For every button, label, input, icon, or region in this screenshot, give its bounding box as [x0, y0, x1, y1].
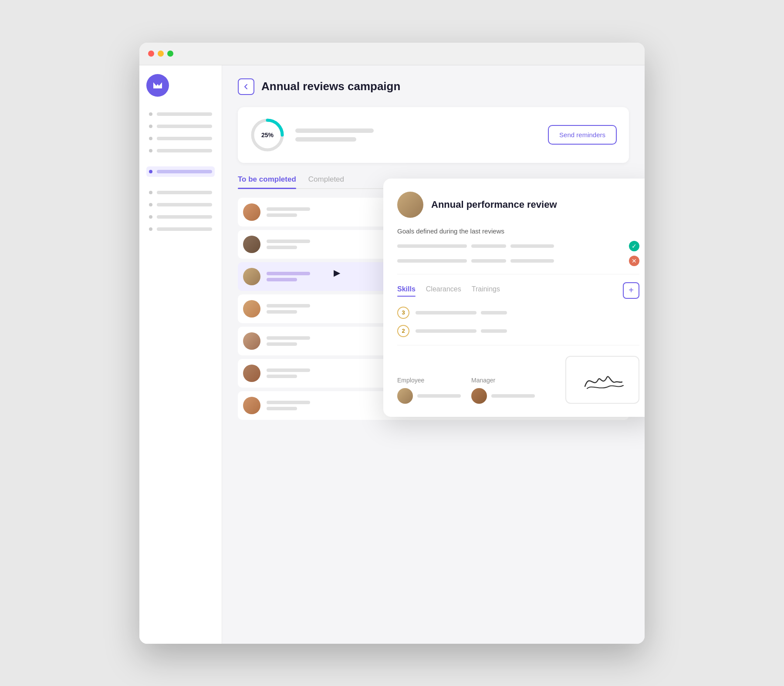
- role-line: [267, 278, 297, 281]
- sidebar-item-2[interactable]: [146, 121, 215, 132]
- name-line: [267, 240, 310, 243]
- name-line: [267, 368, 310, 372]
- role-line: [267, 342, 297, 346]
- title-bar: [139, 43, 645, 65]
- stats-left: 25%: [250, 118, 374, 152]
- nav-label-line: [157, 215, 212, 219]
- nav-label-line: [157, 137, 212, 140]
- nav-dot: [149, 215, 152, 219]
- stats-line-1: [295, 128, 374, 133]
- nav-label-line: [157, 203, 212, 206]
- name-line: [267, 336, 310, 340]
- goal-row-2: ✕: [397, 256, 639, 266]
- app-logo[interactable]: [146, 74, 169, 97]
- nav-dot: [149, 227, 152, 231]
- tab-to-be-completed[interactable]: To be completed: [238, 175, 296, 188]
- avatar: [243, 397, 260, 414]
- goal-error-icon: ✕: [629, 256, 639, 266]
- tab-skills[interactable]: Skills: [397, 285, 416, 296]
- divider: [397, 274, 639, 274]
- nav-label-line: [157, 149, 212, 152]
- detail-title: Annual performance review: [431, 199, 557, 210]
- sidebar-item-4[interactable]: [146, 145, 215, 156]
- avatar: [243, 203, 260, 221]
- skill-line: [481, 329, 507, 333]
- goal-line: [397, 259, 467, 263]
- name-line: [267, 272, 310, 275]
- skill-line: [481, 311, 507, 314]
- mac-window: Annual reviews campaign 25%: [139, 43, 645, 644]
- goal-row-1: ✓: [397, 241, 639, 251]
- nav-dot: [149, 137, 152, 140]
- sidebar-item-1[interactable]: [146, 109, 215, 119]
- goal-line: [471, 259, 506, 263]
- tab-trainings[interactable]: Trainings: [472, 285, 500, 296]
- avatar: [243, 332, 260, 350]
- nav-label-line: [157, 191, 212, 194]
- divider-2: [397, 345, 639, 345]
- maximize-button[interactable]: [167, 51, 173, 57]
- nav-dot-active: [149, 170, 152, 173]
- nav-label-line: [157, 227, 212, 231]
- stats-bar: 25% Send reminders: [238, 107, 629, 163]
- add-skill-button[interactable]: +: [623, 282, 639, 299]
- name-line: [267, 207, 310, 211]
- skill-line: [416, 311, 476, 314]
- skill-row-1: 3: [397, 307, 639, 319]
- sidebar-item-7[interactable]: [146, 199, 215, 210]
- sidebar-item-6[interactable]: [146, 187, 215, 198]
- tab-completed[interactable]: Completed: [308, 175, 344, 188]
- avatar: [243, 236, 260, 253]
- tab-clearances[interactable]: Clearances: [426, 285, 461, 296]
- goal-lines: [397, 259, 625, 263]
- nav-dot: [149, 112, 152, 116]
- skills-tabs: Skills Clearances Trainings: [397, 285, 623, 296]
- detail-avatar: [397, 192, 423, 218]
- nav-dot: [149, 191, 152, 194]
- role-line: [267, 310, 297, 314]
- role-line: [267, 375, 297, 378]
- employee-name-line: [417, 394, 461, 398]
- nav-label-line: [157, 125, 212, 128]
- page-title: Annual reviews campaign: [261, 80, 400, 93]
- stats-line-2: [295, 137, 356, 142]
- sidebar-item-9[interactable]: [146, 224, 215, 234]
- goal-line: [510, 244, 554, 248]
- nav-dot: [149, 149, 152, 152]
- employee-avatar: [397, 388, 413, 404]
- close-button[interactable]: [148, 51, 154, 57]
- manager-col: Manager: [471, 377, 535, 404]
- nav-dot: [149, 203, 152, 206]
- stats-lines: [295, 128, 374, 142]
- goal-success-icon: ✓: [629, 241, 639, 251]
- skill-line: [416, 329, 476, 333]
- avatar: [243, 300, 260, 318]
- skill-lines: [416, 311, 639, 314]
- employee-row: [397, 388, 461, 404]
- role-line: [267, 213, 297, 217]
- manager-avatar: [471, 388, 487, 404]
- goal-line: [471, 244, 506, 248]
- sidebar-item-8[interactable]: [146, 212, 215, 222]
- manager-label: Manager: [471, 377, 535, 384]
- role-line: [267, 407, 297, 410]
- signature-svg: [576, 365, 629, 395]
- goal-line: [397, 244, 467, 248]
- back-icon: [243, 83, 250, 90]
- skill-row-2: 2: [397, 325, 639, 337]
- manager-name-line: [491, 394, 535, 398]
- name-line: [267, 304, 310, 308]
- minimize-button[interactable]: [158, 51, 164, 57]
- goal-line: [510, 259, 554, 263]
- sidebar-item-3[interactable]: [146, 133, 215, 144]
- sidebar-nav: [146, 109, 215, 236]
- sidebar-item-active[interactable]: [146, 166, 215, 177]
- nav-label-active: [157, 170, 212, 173]
- window-body: Annual reviews campaign 25%: [139, 65, 645, 644]
- skill-badge-3: 3: [397, 307, 409, 319]
- back-button[interactable]: [238, 78, 254, 95]
- employee-label: Employee: [397, 377, 461, 384]
- send-reminders-button[interactable]: Send reminders: [548, 125, 617, 145]
- goals-label: Goals defined during the last reviews: [397, 227, 639, 235]
- logo-icon: [151, 79, 164, 92]
